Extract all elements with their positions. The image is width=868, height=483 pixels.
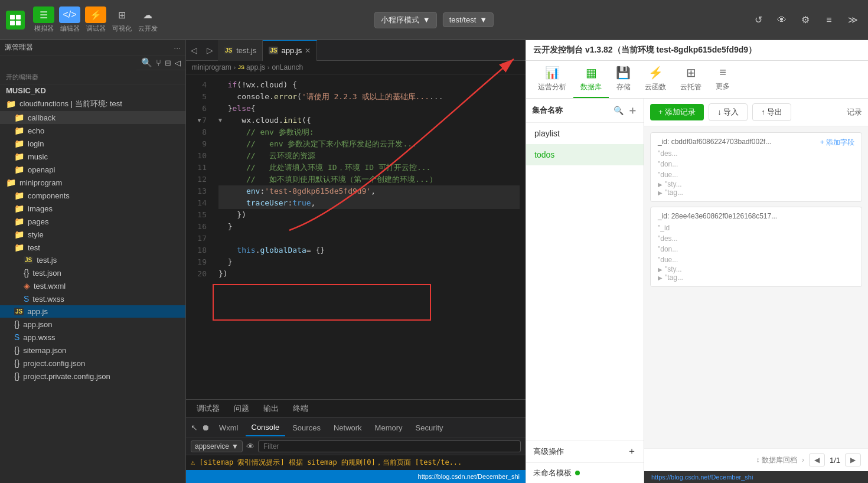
- record-field: "des...: [658, 148, 854, 159]
- debugger-button[interactable]: ⚡ 调试器: [85, 6, 106, 33]
- visualize-button[interactable]: ⊞ 可视化: [111, 6, 132, 33]
- tab-terminal[interactable]: 终端: [287, 400, 314, 417]
- console-tab-security[interactable]: Security: [410, 419, 449, 436]
- js-icon: JS: [24, 256, 33, 264]
- sidebar-item-testwxss[interactable]: S test.wxss: [0, 292, 185, 305]
- tab-debugger[interactable]: 调试器: [191, 400, 226, 417]
- folder-icon: 📁: [14, 139, 24, 148]
- wxml-icon: ◈: [24, 281, 30, 291]
- more-icon: ≡: [719, 66, 726, 79]
- export-button[interactable]: ↑ 导出: [752, 103, 791, 121]
- toolbar-center: 小程序模式 ▼ test/test ▼: [374, 12, 494, 28]
- mode-dropdown[interactable]: 小程序模式 ▼: [374, 12, 437, 28]
- sidebar-item-projectconfig[interactable]: {} project.config.json: [0, 357, 185, 370]
- next-page-button[interactable]: ▶: [845, 453, 861, 466]
- source-manager-label: 源管理器: [5, 43, 174, 53]
- code-content[interactable]: if (!wx.cloud) { console.error('请使用 2.2.…: [213, 74, 526, 399]
- record-add-btn-1[interactable]: + 添加字段: [820, 138, 854, 148]
- prev-page-button[interactable]: ◀: [809, 453, 825, 466]
- db-link[interactable]: ↕ 数据库回档: [756, 455, 797, 465]
- sidebar-item-style[interactable]: 📁 style: [0, 228, 185, 241]
- cloud-nav-hosting[interactable]: ⊞ 云托管: [673, 61, 709, 98]
- tab-appjs[interactable]: JS app.js ✕: [263, 40, 317, 61]
- pointer-icon: ↖: [191, 423, 198, 432]
- sidebar-ellipsis[interactable]: ···: [174, 43, 181, 53]
- refresh-button[interactable]: ↺: [749, 11, 768, 30]
- sidebar-item-testwxml[interactable]: ◈ test.wxml: [0, 279, 185, 292]
- sidebar-item-appjs[interactable]: JS app.js: [0, 305, 185, 318]
- sidebar-search-icon[interactable]: 🔍: [141, 57, 152, 68]
- project-dropdown[interactable]: test/test ▼: [443, 12, 494, 27]
- sidebar-item-testjson[interactable]: {} test.json: [0, 266, 185, 279]
- sidebar-item-components[interactable]: 📁 components: [0, 189, 185, 202]
- open-editor-section: 开的编辑器: [0, 70, 185, 84]
- console-tab-console[interactable]: Console: [246, 419, 286, 436]
- cloud-nav-more[interactable]: ≡ 更多: [709, 61, 737, 98]
- sidebar-item-pages[interactable]: 📁 pages: [0, 215, 185, 228]
- tab-nav-back[interactable]: ◁: [186, 40, 202, 61]
- sidebar-item-cloudfunctions[interactable]: 📁 cloudfunctions | 当前环境: test: [0, 97, 185, 111]
- sidebar-item-sitemap[interactable]: {} sitemap.json: [0, 344, 185, 357]
- collection-todos[interactable]: todos: [526, 144, 644, 165]
- status-url: https://blog.csdn.net/December_shi: [418, 473, 520, 480]
- sidebar-item-login[interactable]: 📁 login: [0, 137, 185, 150]
- status-link[interactable]: https://blog.csdn.net/December_shi: [651, 474, 753, 481]
- import-button[interactable]: ↓ 导入: [709, 103, 748, 121]
- settings-button[interactable]: ⚙: [796, 11, 815, 30]
- code-line-19: }: [218, 256, 520, 268]
- collection-playlist[interactable]: playlist: [526, 123, 644, 144]
- cloud-advanced[interactable]: 高级操作 ＋: [526, 440, 644, 462]
- tab-close-appjs[interactable]: ✕: [305, 47, 311, 55]
- tab-testjs[interactable]: JS test.js: [218, 40, 263, 61]
- json-icon: {}: [14, 345, 19, 355]
- sidebar-git-icon[interactable]: ⑂: [156, 58, 161, 68]
- wxss-icon: S: [14, 332, 19, 342]
- sidebar-item-callback[interactable]: 📁 callback: [0, 111, 185, 124]
- sidebar-item-music[interactable]: 📁 music: [0, 150, 185, 163]
- cloud-record-1: _id: cbddf0af6086224703badf002f... + 添加字…: [650, 132, 862, 202]
- console-tab-sources[interactable]: Sources: [286, 419, 327, 436]
- sidebar-item-test[interactable]: 📁 test: [0, 241, 185, 254]
- sidebar-item-projectprivate[interactable]: {} project.private.config.json: [0, 370, 185, 383]
- sidebar-item-openapi[interactable]: 📁 openapi: [0, 163, 185, 176]
- collection-search-icon[interactable]: 🔍: [614, 106, 624, 115]
- console-tab-memory[interactable]: Memory: [369, 419, 409, 436]
- preview-button[interactable]: 👁: [772, 11, 791, 30]
- record-expand-field2: ▶ "tag...: [658, 188, 854, 197]
- cloud-nav-database[interactable]: ▦ 数据库: [573, 61, 609, 98]
- eye-icon[interactable]: 👁: [246, 442, 254, 451]
- sidebar-item-appjson[interactable]: {} app.json: [0, 318, 185, 331]
- console-tab-wxml[interactable]: Wxml: [213, 419, 244, 436]
- sidebar-split-icon[interactable]: ⊟: [165, 58, 171, 67]
- simulator-button[interactable]: ☰ 模拟器: [33, 6, 54, 33]
- cloud-nav-functions[interactable]: ⚡ 云函数: [638, 61, 673, 98]
- sidebar-item-appwxss[interactable]: S app.wxss: [0, 331, 185, 344]
- console-tabs: Wxml Console Sources Network Memory Secu…: [213, 419, 449, 436]
- advanced-plus-icon[interactable]: ＋: [627, 445, 637, 458]
- sidebar-left-arrow[interactable]: ◁: [175, 58, 181, 67]
- sidebar-item-images[interactable]: 📁 images: [0, 202, 185, 215]
- collection-add-icon[interactable]: ＋: [627, 103, 638, 118]
- analytics-icon: 📊: [545, 66, 560, 80]
- tab-bar: ◁ ▷ JS test.js JS app.js ✕: [186, 40, 526, 61]
- cloud-nav-analytics[interactable]: 📊 运营分析: [531, 61, 573, 98]
- cloud-template: 未命名模板: [526, 462, 644, 483]
- cloud-main: + 添加记录 ↓ 导入 ↑ 导出 记录 _id: cbddf0af6086224…: [644, 99, 868, 483]
- console-tab-network[interactable]: Network: [328, 419, 368, 436]
- editor-button[interactable]: </> 编辑器: [59, 6, 80, 33]
- sidebar-item-echo[interactable]: 📁 echo: [0, 124, 185, 137]
- tab-problems[interactable]: 问题: [228, 400, 255, 417]
- menu-button[interactable]: ≡: [820, 11, 838, 30]
- expand-button[interactable]: ≫: [843, 11, 862, 30]
- app-logo: [6, 11, 25, 30]
- sidebar-item-miniprogram[interactable]: 📁 miniprogram: [0, 176, 185, 189]
- code-line-11: // 此处请填入环境 ID，环境 ID 可打开云控...: [218, 162, 520, 174]
- cloud-dev-button[interactable]: ☁ 云开发: [137, 6, 158, 33]
- cloud-nav-storage[interactable]: 💾 存储: [609, 61, 638, 98]
- sidebar-item-testjs[interactable]: JS test.js: [0, 254, 185, 266]
- appservice-dropdown[interactable]: appservice ▼: [191, 440, 243, 452]
- filter-input[interactable]: [258, 440, 521, 452]
- tab-nav-forward[interactable]: ▷: [202, 40, 218, 61]
- tab-output[interactable]: 输出: [257, 400, 285, 417]
- add-record-button[interactable]: + 添加记录: [650, 104, 704, 120]
